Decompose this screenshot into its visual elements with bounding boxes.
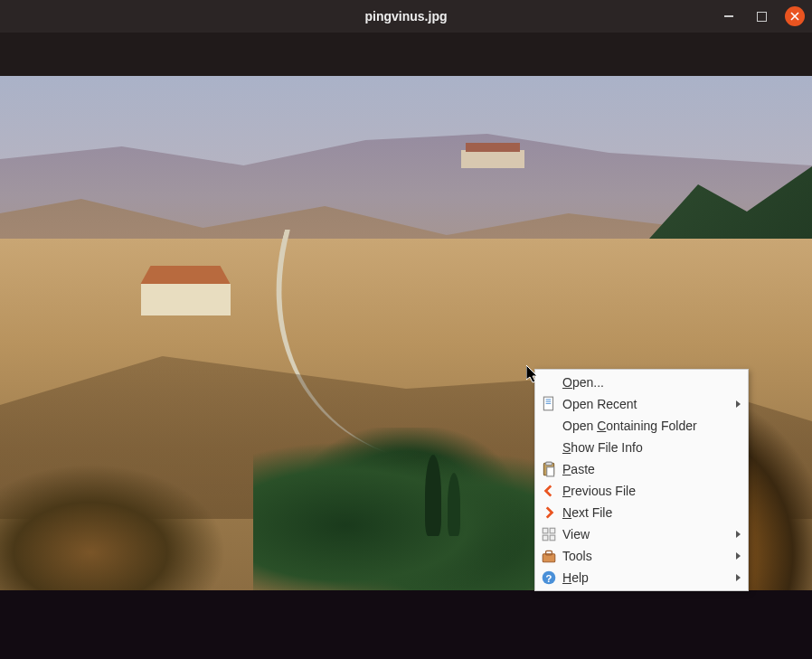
submenu-arrow-icon [736, 531, 741, 538]
menu-label: Previous File [562, 484, 741, 498]
blank-icon [541, 418, 557, 434]
svg-rect-5 [546, 403, 552, 404]
svg-rect-8 [547, 467, 554, 476]
svg-text:?: ? [546, 573, 552, 584]
blank-icon [541, 374, 557, 391]
menu-item-open-recent[interactable]: Open Recent [535, 393, 748, 415]
menu-label: Paste [562, 462, 741, 476]
menu-label: Next File [562, 505, 741, 520]
menu-label: Tools [562, 549, 736, 563]
chevron-left-icon [541, 483, 557, 499]
context-menu: Open... Open Recent Open Containing Fold… [534, 369, 749, 591]
submenu-arrow-icon [736, 400, 741, 408]
svg-rect-3 [546, 399, 552, 400]
menu-item-view[interactable]: View [535, 523, 748, 545]
paste-icon [541, 461, 557, 477]
titlebar[interactable]: pingvinus.jpg [0, 0, 812, 33]
submenu-arrow-icon [736, 552, 741, 560]
menu-label: View [562, 527, 736, 541]
window-title: pingvinus.jpg [365, 9, 448, 24]
menu-label: Open... [562, 375, 741, 390]
menu-label: Open Recent [562, 397, 736, 411]
blank-icon [541, 439, 557, 456]
close-icon [790, 12, 799, 21]
close-button[interactable] [785, 6, 805, 26]
help-icon: ? [541, 570, 557, 586]
grid-icon [541, 526, 557, 542]
window-controls [720, 0, 805, 33]
menu-label: Help [562, 570, 736, 585]
svg-rect-7 [546, 462, 552, 465]
menu-item-open-containing-folder[interactable]: Open Containing Folder [535, 415, 748, 437]
svg-rect-12 [550, 535, 555, 541]
menu-item-help[interactable]: ? Help [535, 567, 748, 588]
menu-label: Open Containing Folder [562, 419, 741, 433]
submenu-arrow-icon [736, 574, 741, 581]
toolbar-area [0, 33, 812, 76]
svg-rect-9 [543, 528, 548, 533]
toolbox-icon [541, 548, 557, 564]
document-icon [541, 396, 557, 412]
svg-rect-4 [546, 401, 552, 402]
menu-label: Show File Info [562, 440, 741, 455]
menu-item-paste[interactable]: Paste [535, 458, 748, 480]
minimize-button[interactable] [720, 7, 738, 25]
menu-item-previous-file[interactable]: Previous File [535, 480, 748, 502]
menu-item-next-file[interactable]: Next File [535, 502, 748, 523]
svg-rect-10 [550, 528, 555, 533]
svg-rect-11 [543, 535, 548, 541]
menu-item-open[interactable]: Open... [535, 372, 748, 393]
chevron-right-icon [541, 504, 557, 521]
maximize-button[interactable] [752, 7, 770, 25]
svg-rect-14 [546, 551, 552, 555]
menu-item-tools[interactable]: Tools [535, 545, 748, 567]
menu-item-show-file-info[interactable]: Show File Info [535, 437, 748, 458]
bottom-bar [0, 590, 812, 659]
